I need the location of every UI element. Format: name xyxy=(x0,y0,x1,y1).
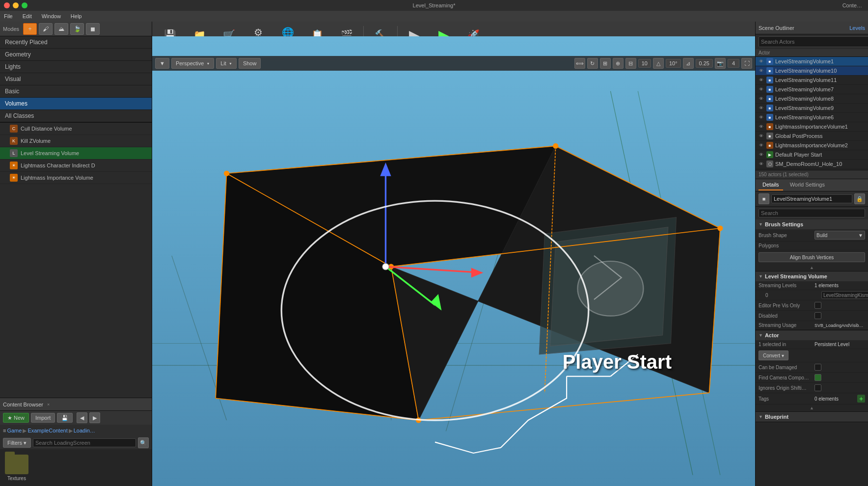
eye-icon[interactable]: 👁 xyxy=(758,86,764,93)
can-be-damaged-checkbox[interactable] xyxy=(814,364,821,371)
so-search[interactable] xyxy=(759,36,868,47)
mode-landscape[interactable]: ⛰ xyxy=(54,23,68,35)
so-item-lsv6[interactable]: 👁 ■ LevelStreamingVolume6 xyxy=(756,113,868,122)
so-item-lsv11[interactable]: 👁 ■ LevelStreamingVolume11 xyxy=(756,76,868,85)
cb-path-loading[interactable]: Loadin… xyxy=(74,428,95,433)
nav-geometry[interactable]: Geometry xyxy=(0,49,152,61)
so-item-lsv8[interactable]: 👁 ■ LevelStreamingVolume8 xyxy=(756,94,868,104)
eye-icon[interactable]: 👁 xyxy=(758,161,764,167)
ignores-origin-checkbox[interactable] xyxy=(814,384,821,391)
vp-scale-lock-icon[interactable]: ⊿ xyxy=(683,58,694,69)
cb-save-button[interactable]: 💾 xyxy=(57,413,73,423)
dp-lock-icon[interactable]: 🔒 xyxy=(854,193,865,204)
mode-foliage[interactable]: 🍃 xyxy=(70,23,84,35)
cb-path-example[interactable]: ExampleContent xyxy=(27,428,67,433)
find-camera-checkbox[interactable] xyxy=(814,374,821,381)
minimize-button[interactable] xyxy=(13,2,19,8)
so-item-lsv1[interactable]: 👁 ■ LevelStreamingVolume1 xyxy=(756,57,868,66)
eye-icon[interactable]: 👁 xyxy=(758,105,764,111)
so-item-gpp[interactable]: 👁 ■ Global PostProcess xyxy=(756,132,868,141)
vp-dropdown-button[interactable]: ▼ xyxy=(155,58,169,69)
menu-window[interactable]: Window xyxy=(40,12,63,20)
align-brush-vertices-button[interactable]: Align Brush Vertices xyxy=(759,252,865,262)
content-browser-tab[interactable]: Conte… xyxy=(842,2,862,8)
so-item-sm[interactable]: 👁 ⬡ SM_DemoRoomU_Hole_10 xyxy=(756,160,868,169)
eye-icon[interactable]: 👁 xyxy=(758,142,764,149)
nav-volumes[interactable]: Volumes xyxy=(0,98,152,110)
cb-forward-button[interactable]: ▶ xyxy=(89,412,100,423)
cb-filter-button[interactable]: Filters ▾ xyxy=(3,438,31,448)
nav-basic[interactable]: Basic xyxy=(0,85,152,98)
vp-grid-icon[interactable]: ⊟ xyxy=(625,58,636,69)
so-item-lsv9[interactable]: 👁 ■ LevelStreamingVolume9 xyxy=(756,104,868,113)
vp-scale-value[interactable]: 0.25 xyxy=(696,59,713,68)
volume-lightmass-char[interactable]: ☀ Lightmass Character Indirect D xyxy=(0,160,152,172)
nav-recently-placed[interactable]: Recently Placed xyxy=(0,36,152,49)
vp-angle-value[interactable]: 10° xyxy=(666,59,681,68)
eye-icon[interactable]: 👁 xyxy=(758,77,764,83)
mode-place[interactable]: + xyxy=(23,23,37,35)
levels-button[interactable]: Levels xyxy=(849,25,865,31)
brush-settings-header[interactable]: ▼ Brush Settings xyxy=(756,219,868,229)
cb-search-input[interactable] xyxy=(33,438,136,447)
viewport[interactable]: 💾 Save 📁 Content 🛒 Marketplace ⚙ Quick S… xyxy=(152,22,755,486)
volume-cull-distance[interactable]: C Cull Distance Volume xyxy=(0,123,152,135)
vp-grid-value[interactable]: 10 xyxy=(638,59,651,68)
vp-maximize-icon[interactable]: ⛶ xyxy=(741,58,752,69)
eye-icon[interactable]: 👁 xyxy=(758,114,764,121)
cb-import-button[interactable]: Import xyxy=(31,413,55,423)
eye-icon[interactable]: 👁 xyxy=(758,151,764,158)
eye-icon[interactable]: 👁 xyxy=(758,123,764,130)
so-item-lsv7[interactable]: 👁 ■ LevelStreamingVolume7 xyxy=(756,85,868,94)
so-item-lsv10[interactable]: 👁 ■ LevelStreamingVolume10 xyxy=(756,66,868,76)
dp-search[interactable] xyxy=(759,209,865,217)
viewport-canvas[interactable]: Player Start xyxy=(152,36,755,486)
so-item-liv1[interactable]: 👁 ■ LightmassImportanceVolume1 xyxy=(756,122,868,132)
vp-world-icon[interactable]: ⊕ xyxy=(613,58,624,69)
volume-lightmass-importance[interactable]: ☀ Lightmass Importance Volume xyxy=(0,172,152,184)
convert-button[interactable]: Convert ▾ xyxy=(759,351,788,360)
so-item-dps[interactable]: 👁 ▶ Default Player Start xyxy=(756,150,868,160)
details-tab[interactable]: Details xyxy=(759,180,783,190)
brush-shape-dropdown[interactable]: Build ▼ xyxy=(814,231,865,240)
cb-folder-textures[interactable]: Textures xyxy=(5,455,28,481)
eye-icon[interactable]: 👁 xyxy=(758,67,764,74)
nav-lights[interactable]: Lights xyxy=(0,61,152,73)
vp-camera-value[interactable]: 4 xyxy=(728,59,739,68)
eye-icon[interactable]: 👁 xyxy=(758,133,764,139)
close-button[interactable] xyxy=(4,2,10,8)
cb-search-icon[interactable]: 🔍 xyxy=(138,437,149,448)
cb-back-button[interactable]: ◀ xyxy=(77,412,87,423)
so-item-liv2[interactable]: 👁 ■ LightmassImportanceVolume2 xyxy=(756,141,868,150)
disabled-checkbox[interactable] xyxy=(814,312,821,319)
editor-pre-vis-checkbox[interactable] xyxy=(814,302,821,309)
perspective-button[interactable]: Perspective xyxy=(171,58,214,69)
maximize-button[interactable] xyxy=(22,2,27,8)
volume-level-streaming[interactable]: L Level Streaming Volume xyxy=(0,147,152,160)
volume-killz[interactable]: K Kill ZVolume xyxy=(0,135,152,147)
mode-paint[interactable]: 🖌 xyxy=(39,23,53,35)
menu-help[interactable]: Help xyxy=(69,12,84,20)
vp-rotate-icon[interactable]: ↻ xyxy=(587,58,598,69)
cb-new-button[interactable]: ★ New xyxy=(3,413,29,423)
streaming-level-name[interactable]: LevelStreamingKisme… xyxy=(821,291,868,299)
tags-add-button[interactable]: + xyxy=(857,395,865,403)
actor-header[interactable]: ▼ Actor xyxy=(756,330,868,340)
level-streaming-header[interactable]: ▼ Level Streaming Volume xyxy=(756,271,868,281)
vp-camera-icon[interactable]: 📷 xyxy=(715,58,726,69)
mode-geometry[interactable]: ◼ xyxy=(86,23,100,35)
vp-translate-icon[interactable]: ⟺ xyxy=(574,58,585,69)
eye-icon[interactable]: 👁 xyxy=(758,95,764,102)
cb-path-root[interactable]: Game xyxy=(7,428,22,433)
lit-button[interactable]: Lit xyxy=(216,58,237,69)
nav-visual[interactable]: Visual xyxy=(0,73,152,85)
menu-file[interactable]: File xyxy=(2,12,15,20)
world-settings-tab[interactable]: World Settings xyxy=(786,180,829,190)
show-button[interactable]: Show xyxy=(239,58,261,69)
vp-scale-icon[interactable]: ⊞ xyxy=(600,58,611,69)
nav-all-classes[interactable]: All Classes xyxy=(0,110,152,122)
blueprint-header[interactable]: ▼ Blueprint xyxy=(756,412,868,422)
vp-angle-icon[interactable]: △ xyxy=(653,58,664,69)
eye-icon[interactable]: 👁 xyxy=(758,58,764,65)
menu-edit[interactable]: Edit xyxy=(21,12,34,20)
